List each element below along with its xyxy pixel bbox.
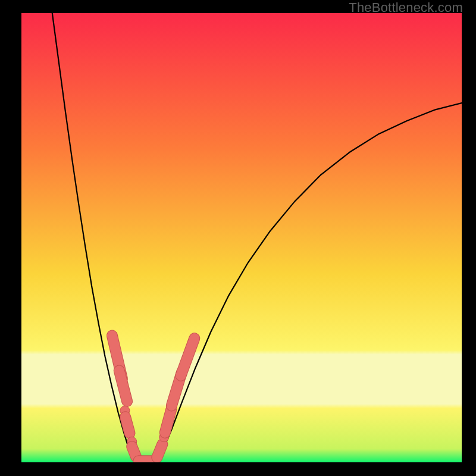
chart-frame: TheBottleneck.com (0, 0, 476, 476)
data-marker (132, 447, 136, 457)
data-marker (157, 444, 162, 458)
data-marker (126, 417, 130, 433)
gradient-background (21, 13, 462, 462)
data-marker (165, 410, 171, 433)
plot-area (21, 13, 462, 462)
chart-svg (21, 13, 462, 462)
